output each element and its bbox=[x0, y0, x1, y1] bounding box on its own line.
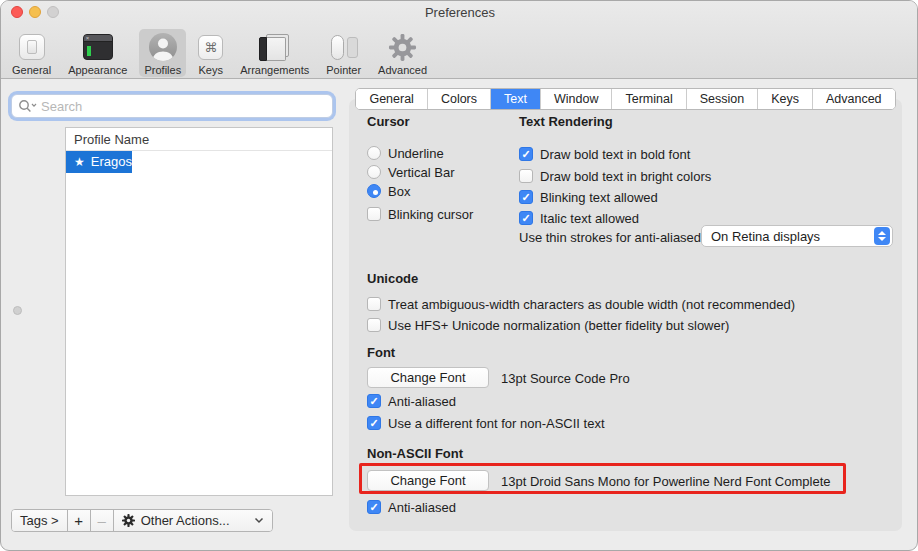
profile-list-header[interactable]: Profile Name bbox=[66, 128, 332, 151]
checkbox[interactable] bbox=[367, 318, 381, 332]
toolbar-item-arrangements[interactable]: Arrangements bbox=[235, 29, 314, 77]
search-input[interactable]: Search bbox=[11, 94, 333, 118]
tab-general[interactable]: General bbox=[356, 89, 427, 109]
search-icon bbox=[18, 99, 38, 113]
change-font-button[interactable]: Change Font bbox=[367, 367, 489, 388]
stepper-arrows-icon bbox=[874, 227, 890, 245]
other-actions-label: Other Actions... bbox=[141, 513, 230, 528]
radio-circle[interactable] bbox=[367, 165, 381, 179]
unicode-section-title: Unicode bbox=[367, 271, 418, 286]
arrangements-panes-icon bbox=[259, 32, 291, 62]
checkbox-italic-text[interactable]: ✓ Italic text allowed bbox=[519, 210, 639, 226]
title-bar[interactable]: Preferences bbox=[1, 1, 918, 23]
toolbar-item-pointer[interactable]: Pointer bbox=[321, 29, 366, 77]
toolbar-item-appearance[interactable]: × Appearance bbox=[63, 29, 132, 77]
radio-circle[interactable] bbox=[367, 146, 381, 160]
checkbox-checked[interactable]: ✓ bbox=[367, 394, 381, 408]
other-actions-dropdown[interactable]: Other Actions... bbox=[114, 510, 272, 531]
checkbox-non-ascii-antialiased[interactable]: ✓ Anti-aliased bbox=[367, 499, 456, 515]
search-placeholder: Search bbox=[41, 99, 82, 114]
checkbox-antialiased[interactable]: ✓ Anti-aliased bbox=[367, 393, 456, 409]
tab-window[interactable]: Window bbox=[541, 89, 612, 109]
font-section-title: Font bbox=[367, 345, 395, 360]
checkbox-checked[interactable]: ✓ bbox=[519, 190, 533, 204]
profile-row-eragos[interactable]: ★ Eragos bbox=[66, 151, 132, 173]
checkbox[interactable] bbox=[367, 297, 381, 311]
settings-panel: Cursor Underline Vertical Bar Box Blinki… bbox=[349, 99, 902, 531]
tab-keys[interactable]: Keys bbox=[758, 89, 813, 109]
checkbox-blinking-cursor[interactable]: Blinking cursor bbox=[367, 206, 473, 222]
checkbox-checked[interactable]: ✓ bbox=[367, 416, 381, 430]
toolbar-item-profiles[interactable]: Profiles bbox=[139, 29, 186, 77]
toolbar-item-advanced[interactable]: Advanced bbox=[373, 29, 432, 77]
toolbar-item-keys[interactable]: ⌘ Keys bbox=[193, 29, 228, 77]
checkbox-hfs-normalization[interactable]: Use HFS+ Unicode normalization (better f… bbox=[367, 317, 729, 333]
radio-vertical-bar[interactable]: Vertical Bar bbox=[367, 164, 454, 180]
change-non-ascii-font-button[interactable]: Change Font bbox=[367, 470, 489, 491]
text-rendering-section-title: Text Rendering bbox=[519, 114, 613, 129]
checkbox[interactable] bbox=[519, 169, 533, 183]
checkbox-checked[interactable]: ✓ bbox=[519, 147, 533, 161]
window-title: Preferences bbox=[1, 1, 918, 23]
checkbox[interactable] bbox=[367, 207, 381, 221]
general-switch-icon bbox=[19, 32, 45, 62]
checkbox-different-font-non-ascii[interactable]: ✓ Use a different font for non-ASCII tex… bbox=[367, 415, 605, 431]
splitter-handle[interactable] bbox=[13, 306, 22, 315]
tab-terminal[interactable]: Terminal bbox=[612, 89, 686, 109]
radio-underline[interactable]: Underline bbox=[367, 145, 444, 161]
gear-icon bbox=[122, 514, 135, 527]
non-ascii-font-value: 13pt Droid Sans Mono for Powerline Nerd … bbox=[501, 474, 831, 489]
pointer-mouse-icon bbox=[329, 32, 359, 62]
radio-box[interactable]: Box bbox=[367, 183, 410, 199]
default-profile-star-icon: ★ bbox=[74, 151, 85, 173]
tags-button[interactable]: Tags > bbox=[12, 510, 68, 531]
chevron-down-icon bbox=[254, 517, 264, 524]
checkbox-blinking-text[interactable]: ✓ Blinking text allowed bbox=[519, 189, 658, 205]
preferences-toolbar: General × Appearance Profiles bbox=[7, 25, 432, 77]
checkbox-ambiguous-width[interactable]: Treat ambiguous-width characters as doub… bbox=[367, 296, 795, 312]
profile-tabs: General Colors Text Window Terminal Sess… bbox=[349, 88, 902, 110]
checkbox-bright-colors[interactable]: Draw bold text in bright colors bbox=[519, 168, 711, 184]
thin-strokes-select[interactable]: On Retina displays bbox=[701, 225, 893, 247]
window-chrome: Preferences General × Appearance bbox=[1, 1, 918, 79]
thin-strokes-label: Use thin strokes for anti-aliased text bbox=[519, 229, 726, 245]
remove-profile-button[interactable]: – bbox=[91, 510, 114, 531]
tab-colors[interactable]: Colors bbox=[428, 89, 491, 109]
profile-actions-bar: Tags > + – Other Actions... bbox=[11, 509, 273, 532]
appearance-window-icon: × bbox=[83, 32, 113, 62]
tab-session[interactable]: Session bbox=[687, 89, 758, 109]
add-profile-button[interactable]: + bbox=[68, 510, 91, 531]
profiles-person-icon bbox=[149, 32, 177, 62]
checkbox-checked[interactable]: ✓ bbox=[519, 211, 533, 225]
checkbox-checked[interactable]: ✓ bbox=[367, 500, 381, 514]
profile-list: Profile Name ★ Eragos bbox=[65, 127, 333, 496]
radio-circle-selected[interactable] bbox=[367, 184, 381, 198]
toolbar-item-general[interactable]: General bbox=[7, 29, 56, 77]
checkbox-bold-font[interactable]: ✓ Draw bold text in bold font bbox=[519, 146, 690, 162]
tab-advanced[interactable]: Advanced bbox=[813, 89, 895, 109]
cursor-section-title: Cursor bbox=[367, 114, 410, 129]
preferences-window: Preferences General × Appearance bbox=[0, 0, 918, 551]
keys-command-icon: ⌘ bbox=[198, 32, 223, 62]
non-ascii-font-section-title: Non-ASCII Font bbox=[367, 446, 463, 461]
profile-name: Eragos bbox=[91, 151, 132, 173]
tab-text[interactable]: Text bbox=[491, 89, 541, 109]
font-value: 13pt Source Code Pro bbox=[501, 371, 630, 386]
advanced-gear-icon bbox=[388, 32, 417, 62]
